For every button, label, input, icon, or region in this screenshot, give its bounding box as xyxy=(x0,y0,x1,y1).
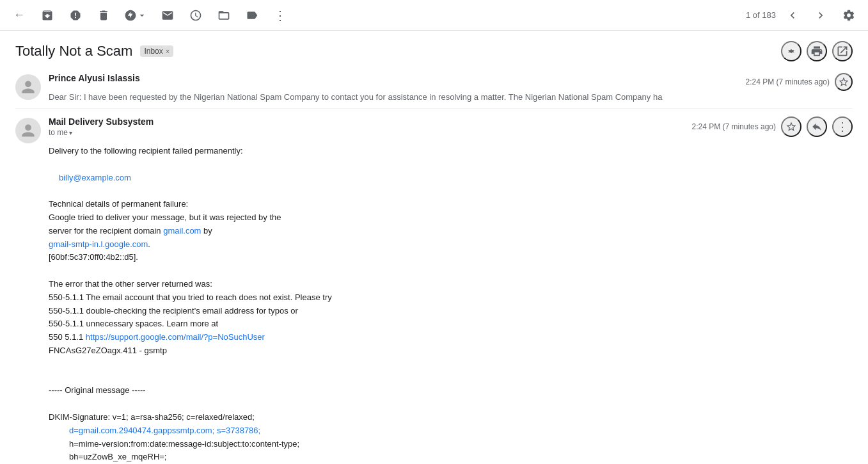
body-error2: 550-5.1.1 double-checking the recipient'… xyxy=(49,305,853,318)
mark-unread-icon xyxy=(161,9,174,22)
star-icon-2 xyxy=(785,121,797,132)
body-separator: ----- Original message ----- xyxy=(49,384,853,397)
body-line4-post: by xyxy=(201,226,212,236)
body-error4-pre: 550 5.1.1 xyxy=(49,332,86,342)
avatar-1 xyxy=(15,74,41,100)
body-email-link: billy@example.com xyxy=(49,172,853,185)
settings-icon xyxy=(842,9,855,22)
body-line1: Delivery to the following recipient fail… xyxy=(49,145,853,158)
inbox-badge: Inbox × xyxy=(140,45,173,57)
more-icon-2: ⋮ xyxy=(837,120,848,134)
snooze-button[interactable] xyxy=(184,4,207,27)
email-1-body: Prince Alyusi Islassis 2:24 PM (7 minute… xyxy=(49,73,853,102)
body-error5: FNCAsG27eZOagx.411 - gsmtp xyxy=(49,344,853,358)
expanded-sender: Mail Delivery Subsystem xyxy=(49,116,154,127)
body-dkim-d: d=gmail.com.2940474.gappssmtp.com; s=373… xyxy=(49,424,853,438)
body-error1: 550-5.1.1 The email account that you tri… xyxy=(49,291,853,305)
more-icon: ⋮ xyxy=(274,9,287,22)
email-1-sender: Prince Alyusi Islassis xyxy=(49,73,140,83)
toolbar-left: ← ⋮ xyxy=(8,4,746,27)
chevron-down-icon xyxy=(137,10,147,20)
email-1-meta: 2:24 PM (7 minutes ago) xyxy=(746,73,853,91)
toolbar: ← ⋮ 1 of 183 xyxy=(0,0,868,31)
block-dropdown-button[interactable] xyxy=(120,6,151,24)
back-icon: ← xyxy=(13,8,25,22)
body-line5: . xyxy=(148,239,150,249)
expanded-actions: 2:24 PM (7 minutes ago) ⋮ xyxy=(692,116,853,137)
delete-button[interactable] xyxy=(92,4,115,27)
move-icon xyxy=(217,9,230,22)
spam-icon xyxy=(69,9,82,22)
email-1-timestamp: 2:24 PM (7 minutes ago) xyxy=(746,77,830,86)
print-icon xyxy=(810,45,823,58)
body-line4: server for the recipient domain gmail.co… xyxy=(49,225,853,238)
smtp-link[interactable]: gmail-smtp-in.l.google.com xyxy=(49,239,148,249)
up-down-icon xyxy=(785,45,798,58)
delete-icon xyxy=(97,9,110,22)
collapse-expand-button[interactable] xyxy=(781,41,801,61)
spam-button[interactable] xyxy=(64,4,87,27)
avatar-2 xyxy=(15,118,41,143)
prev-icon xyxy=(786,9,799,22)
inbox-badge-close[interactable]: × xyxy=(166,47,170,55)
billy-link[interactable]: billy@example.com xyxy=(59,173,131,182)
body-ip: [60bf:5c37:0ff0:4b2::d5]. xyxy=(49,251,853,264)
to-me-text: to me xyxy=(49,128,68,137)
prev-button[interactable] xyxy=(781,4,804,27)
body-dkim-h: h=mime-version:from:date:message-id:subj… xyxy=(49,438,853,451)
body-line2: Technical details of permanent failure: xyxy=(49,198,853,211)
snooze-icon xyxy=(189,9,202,22)
to-chevron-icon[interactable]: ▾ xyxy=(69,129,72,136)
reply-icon xyxy=(811,121,823,132)
new-window-icon xyxy=(836,45,849,58)
body-line6: The error that the other server returned… xyxy=(49,278,853,291)
body-line3: Google tried to deliver your message, bu… xyxy=(49,211,853,225)
more-button[interactable]: ⋮ xyxy=(269,4,292,27)
toolbar-right: 1 of 183 xyxy=(746,4,860,27)
label-button[interactable] xyxy=(241,4,264,27)
next-icon xyxy=(814,9,827,22)
pagination-text: 1 of 183 xyxy=(746,10,776,20)
body-smtp: gmail-smtp-in.l.google.com. xyxy=(49,238,853,252)
email-1-preview: Dear Sir: I have been requested by the N… xyxy=(49,92,853,102)
block-icon xyxy=(124,9,137,22)
body-dkim-bh: bh=uzZowB_xe_mqeRH=; xyxy=(49,451,853,464)
email-body-content: Delivery to the following recipient fail… xyxy=(49,145,853,464)
next-button[interactable] xyxy=(809,4,832,27)
dkim-domain-link[interactable]: d=gmail.com.2940474.gappssmtp.com; s=373… xyxy=(69,426,260,435)
inbox-badge-label: Inbox xyxy=(144,47,162,56)
subject-actions xyxy=(781,41,853,61)
body-error3: 550-5.1.1 unnecessary spaces. Learn more… xyxy=(49,317,853,331)
mark-unread-button[interactable] xyxy=(156,4,179,27)
to-me-row: to me ▾ xyxy=(49,128,154,137)
more-button-2[interactable]: ⋮ xyxy=(832,116,853,137)
body-error4: 550 5.1.1 https://support.google.com/mai… xyxy=(49,331,853,344)
support-link[interactable]: https://support.google.com/mail/?p=NoSuc… xyxy=(86,332,265,342)
body-line4-pre: server for the recipient domain xyxy=(49,226,163,236)
star-button-2[interactable] xyxy=(781,116,801,137)
email-content: Totally Not a Scam Inbox × Prince Alyusi… xyxy=(0,31,868,464)
email-1-header: Prince Alyusi Islassis 2:24 PM (7 minute… xyxy=(49,73,853,91)
move-button[interactable] xyxy=(212,4,235,27)
print-button[interactable] xyxy=(807,41,827,61)
expanded-header: Mail Delivery Subsystem to me ▾ 2:24 PM … xyxy=(49,116,853,137)
expanded-timestamp: 2:24 PM (7 minutes ago) xyxy=(692,122,776,131)
back-button[interactable]: ← xyxy=(8,4,31,27)
expanded-email: Mail Delivery Subsystem to me ▾ 2:24 PM … xyxy=(15,109,853,464)
reply-button[interactable] xyxy=(807,116,827,137)
settings-button[interactable] xyxy=(837,4,860,27)
star-icon-1 xyxy=(838,76,849,88)
star-button-1[interactable] xyxy=(835,73,853,91)
collapsed-email[interactable]: Prince Alyusi Islassis 2:24 PM (7 minute… xyxy=(15,67,853,109)
subject-title: Totally Not a Scam xyxy=(15,43,132,60)
label-icon xyxy=(246,9,258,22)
archive-button[interactable] xyxy=(36,4,59,27)
expanded-sender-block: Mail Delivery Subsystem to me ▾ xyxy=(49,116,154,137)
gmail-link[interactable]: gmail.com xyxy=(163,226,201,236)
archive-icon xyxy=(41,9,54,22)
new-window-button[interactable] xyxy=(832,41,853,61)
body-dkim: DKIM-Signature: v=1; a=rsa-sha256; c=rel… xyxy=(49,411,853,424)
subject-bar: Totally Not a Scam Inbox × xyxy=(15,31,853,67)
